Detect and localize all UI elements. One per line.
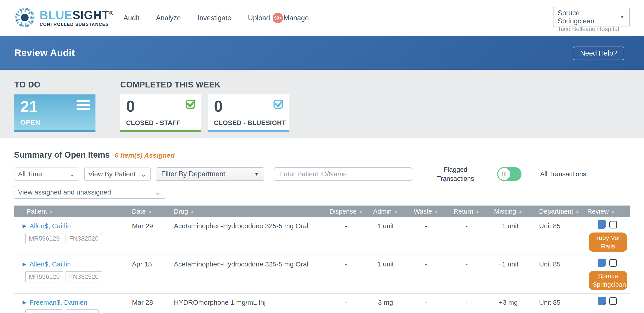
filters: All Time ⌄ View By Patient ⌄ Filter By D… [14, 165, 630, 199]
assignment-filter-select[interactable]: View assigned and unassigned ⌄ [14, 186, 165, 199]
page-title: Review Audit [14, 47, 75, 58]
nav-investigate[interactable]: Investigate [198, 14, 231, 22]
patient-link[interactable]: Allen$, Caitlin [30, 260, 71, 269]
mr-number-badge: MR596129 [25, 271, 63, 282]
date-cell: Mar 28 [113, 294, 174, 313]
closed-staff-label: CLOSED - STAFF [126, 119, 180, 127]
sort-asc-icon[interactable]: ▲ [190, 209, 194, 214]
patient-link[interactable]: Freeman$, Damien [30, 298, 87, 307]
review-checkbox[interactable] [609, 259, 617, 267]
col-admin[interactable]: Admin▲ [365, 208, 406, 215]
dispense-cell: - [327, 294, 365, 313]
chevron-down-icon: ▼ [620, 14, 625, 20]
note-icon[interactable] [598, 259, 606, 267]
review-cell: Spruce Springclean [582, 255, 630, 293]
col-dispense[interactable]: Dispense▲ [327, 208, 365, 215]
fn-number-badge: FN332520 [66, 271, 102, 282]
sort-asc-icon[interactable]: ▲ [611, 209, 615, 214]
sort-asc-icon[interactable]: ▲ [359, 209, 363, 214]
admin-cell: 1 unit [365, 217, 406, 255]
patient-cell: ▶ Freeman$, Damien MR966064 FN53767 [14, 294, 113, 313]
chevron-down-icon: ⌄ [155, 191, 161, 194]
closed-bluesight-card[interactable]: 0 CLOSED - BLUESIGHT [208, 94, 289, 132]
admin-cell: 3 mg [365, 294, 406, 313]
table-header: Patient▲ Date▲ Drug▲ Dispense▲ Admin▲ Wa… [14, 205, 630, 217]
expand-caret-icon[interactable]: ▶ [22, 221, 26, 231]
col-drug[interactable]: Drug▲ [174, 208, 327, 215]
admin-cell: 1 unit [365, 255, 406, 293]
all-transactions-label: All Transactions [540, 169, 587, 178]
expand-caret-icon[interactable]: ▶ [22, 260, 26, 269]
nav-manage[interactable]: Manage [284, 14, 309, 22]
sort-asc-icon[interactable]: ▲ [394, 209, 398, 214]
col-return[interactable]: Return▲ [446, 208, 487, 215]
brand-subtitle: CONTROLLED SUBSTANCES [40, 22, 114, 27]
review-checkbox[interactable] [609, 221, 617, 228]
patient-link[interactable]: Allen$, Caitlin [30, 221, 71, 231]
missing-cell: +1 unit [487, 217, 530, 255]
return-cell: - [446, 294, 487, 313]
return-cell: - [446, 217, 487, 255]
sort-asc-icon[interactable]: ▲ [576, 209, 580, 214]
closed-staff-card[interactable]: 0 CLOSED - STAFF [120, 94, 201, 132]
missing-cell: +1 unit [487, 255, 530, 293]
note-icon[interactable] [598, 297, 606, 305]
mr-number-badge: MR596129 [25, 233, 63, 244]
top-bar: BLUESIGHT® CONTROLLED SUBSTANCES Audit A… [0, 0, 644, 36]
expand-caret-icon[interactable]: ▶ [22, 298, 26, 307]
assignee-badge[interactable]: Ruby Von Rails [588, 232, 627, 252]
toggle-knob[interactable] [498, 168, 510, 180]
closed-bluesight-label: CLOSED - BLUESIGHT [214, 119, 286, 127]
drug-cell: Acetaminophen-Hydrocodone 325-5 mg Oral [174, 255, 327, 293]
col-waste[interactable]: Waste▲ [406, 208, 446, 215]
user-menu[interactable]: Spruce Springclean ▼ Taco Bellevue Hospi… [553, 7, 630, 27]
review-checkbox[interactable] [609, 297, 617, 305]
patient-cell: ▶ Allen$, Caitlin MR596129 FN332520 [14, 255, 113, 293]
user-name: Spruce Springclean [558, 9, 618, 25]
dispense-cell: - [327, 217, 365, 255]
bluesight-logo: BLUESIGHT® CONTROLLED SUBSTANCES [14, 7, 114, 29]
assignee-badge[interactable]: Spruce Springclean [588, 271, 627, 290]
sort-asc-icon[interactable]: ▲ [518, 209, 522, 214]
menu-icon[interactable] [76, 100, 90, 112]
sort-asc-icon[interactable]: ▲ [476, 209, 480, 214]
chevron-down-icon: ⌄ [141, 172, 146, 176]
col-date[interactable]: Date▲ [113, 208, 174, 215]
patient-cell: ▶ Allen$, Caitlin MR596129 FN332520 [14, 217, 113, 255]
user-org: Taco Bellevue Hospital [558, 26, 625, 33]
main-nav: Audit Analyze Investigate Upload 99+ Man… [124, 13, 309, 23]
view-by-select[interactable]: View By Patient ⌄ [84, 167, 151, 180]
flagged-transactions-label: Flagged Transactions [432, 165, 479, 183]
completed-heading: COMPLETED THIS WEEK [120, 80, 289, 90]
col-patient[interactable]: Patient▲ [14, 208, 113, 215]
need-help-button[interactable]: Need Help? [573, 46, 624, 60]
department-filter[interactable]: Filter By Department ▼ [156, 167, 264, 181]
waste-cell: - [406, 294, 446, 313]
nav-analyze[interactable]: Analyze [156, 14, 181, 22]
sort-asc-icon[interactable]: ▲ [434, 209, 438, 214]
col-review[interactable]: Review▲ [582, 208, 630, 215]
note-icon[interactable] [598, 220, 606, 229]
dispense-cell: - [327, 255, 365, 293]
main-content: Summary of Open Items 6 Item(s) Assigned… [0, 138, 644, 313]
waste-cell: - [406, 217, 446, 255]
time-filter-select[interactable]: All Time ⌄ [14, 167, 79, 180]
blue-checkbox-icon [272, 98, 284, 111]
transactions-toggle[interactable] [497, 167, 522, 181]
table-row: ▶ Allen$, Caitlin MR596129 FN332520 Mar … [14, 217, 630, 255]
open-label: OPEN [20, 119, 40, 126]
summary-heading: Summary of Open Items [14, 150, 110, 160]
vertical-divider [108, 83, 108, 131]
patient-search-input[interactable] [274, 167, 412, 181]
col-department[interactable]: Department▲ [530, 208, 582, 215]
nav-upload[interactable]: Upload [248, 14, 270, 22]
sort-asc-icon[interactable]: ▲ [49, 209, 53, 214]
department-cell: Unit 85 [530, 217, 582, 255]
green-checkbox-icon [185, 98, 196, 111]
nav-audit[interactable]: Audit [124, 14, 140, 22]
col-missing[interactable]: Missing▲ [487, 208, 530, 215]
open-items-card[interactable]: 21 OPEN [14, 94, 96, 132]
department-cell: Unit 85 [530, 255, 582, 293]
sort-asc-icon[interactable]: ▲ [148, 209, 152, 214]
drug-cell: Acetaminophen-Hydrocodone 325-5 mg Oral [174, 217, 327, 255]
